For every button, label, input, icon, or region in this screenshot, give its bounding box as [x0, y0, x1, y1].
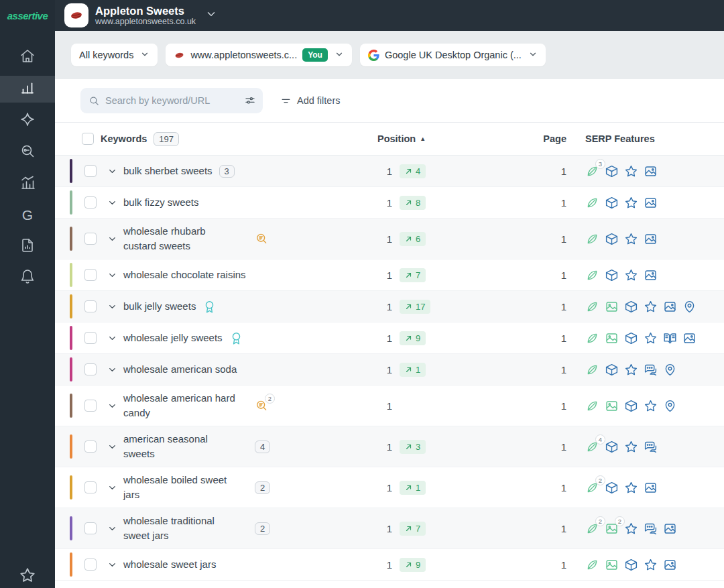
sidebar-item-reports[interactable] [0, 233, 55, 260]
row-checkbox[interactable] [84, 522, 97, 534]
expand-chevron-icon[interactable] [107, 483, 117, 493]
table-row: bulk sherbet sweets31413 [55, 156, 724, 187]
keyword-text[interactable]: bulk jelly sweets [123, 299, 196, 314]
select-all-checkbox[interactable] [82, 133, 94, 145]
row-checkbox[interactable] [84, 363, 97, 375]
keyword-color-bar [70, 516, 72, 540]
organic-leaf-icon [585, 300, 599, 314]
organic-leaf-icon: 2 [585, 522, 599, 536]
expand-chevron-icon[interactable] [107, 166, 117, 176]
row-checkbox[interactable] [84, 196, 97, 209]
image-pack-icon [644, 232, 658, 246]
row-checkbox[interactable] [84, 269, 97, 281]
row-checkbox[interactable] [84, 440, 97, 453]
table-row: wholesale boiled sweet jars21112 [55, 467, 724, 508]
arrow-up-right-icon [405, 303, 412, 310]
site-dropdown[interactable]: www.appletonsweets.c... You [166, 44, 352, 66]
sidebar: assertive G [0, 0, 55, 588]
sidebar-item-google[interactable]: G [0, 202, 55, 229]
sparkle-diamond-icon [19, 111, 36, 130]
serp-features: 2 [566, 481, 724, 495]
product-cube-icon [624, 399, 638, 413]
page-column-header[interactable]: Page [516, 133, 566, 144]
keyword-text[interactable]: wholesale sweet jars [123, 557, 216, 573]
product-cube-icon [624, 331, 638, 345]
expand-chevron-icon[interactable] [107, 401, 117, 411]
you-badge: You [302, 48, 328, 62]
image-pack-icon [663, 558, 677, 572]
keywords-column-header[interactable]: Keywords [101, 133, 147, 144]
keyword-text[interactable]: american seasonal sweets [123, 432, 208, 462]
add-filters-button[interactable]: Add filters [280, 95, 340, 107]
table-row: wholesale chocolate raisins171 [55, 259, 724, 291]
assertive-logo: assertive [0, 0, 55, 31]
row-checkbox[interactable] [84, 165, 97, 177]
keyword-count-badge: 2 [255, 481, 270, 494]
position-column-header[interactable]: Position ▲ [372, 133, 479, 144]
chevron-down-icon[interactable] [205, 8, 217, 23]
expand-chevron-icon[interactable] [107, 560, 117, 570]
organic-leaf-icon [585, 399, 599, 413]
search-icon [88, 95, 100, 107]
keyword-count-badge: 4 [255, 440, 270, 453]
arrow-up-right-icon [405, 272, 412, 279]
row-checkbox[interactable] [84, 400, 97, 412]
site-switcher[interactable]: Appleton Sweets www.appletonsweets.co.uk [95, 5, 196, 27]
keyword-text[interactable]: wholesale jelly sweets [123, 331, 223, 346]
expand-chevron-icon[interactable] [107, 442, 117, 452]
keyword-text[interactable]: wholesale american soda [123, 362, 237, 377]
keyword-text[interactable]: wholesale rhubarb custard sweets [123, 224, 206, 254]
table-row: bulk jelly sweets1171 [55, 291, 724, 322]
chevron-down-icon [140, 50, 149, 61]
position-value: 1 [372, 233, 392, 245]
arrow-up-right-icon [405, 443, 412, 451]
position-change-value: 1 [416, 483, 420, 493]
expand-chevron-icon[interactable] [107, 234, 117, 244]
search-input[interactable] [105, 95, 239, 106]
keyword-count-badge-value: 4 [255, 440, 270, 453]
keyword-text[interactable]: wholesale chocolate raisins [123, 268, 246, 283]
sidebar-item-analytics[interactable] [0, 170, 55, 197]
keyword-text[interactable]: bulk sherbet sweets [123, 164, 213, 179]
sidebar-item-keyword-research[interactable] [0, 139, 55, 166]
expand-chevron-icon[interactable] [107, 198, 117, 208]
sliders-settings-icon[interactable] [244, 95, 256, 107]
row-checkbox[interactable] [84, 300, 97, 312]
row-checkbox[interactable] [84, 233, 97, 245]
table-header: Keywords 197 Position ▲ Page SERP Featur… [55, 122, 724, 156]
product-cube-icon [605, 363, 619, 377]
people-also-ask-icon [644, 440, 658, 454]
expand-chevron-icon[interactable] [107, 524, 117, 534]
keyword-text[interactable]: wholesale american hard candy [123, 391, 235, 421]
image-pack-icon [644, 268, 658, 282]
expand-chevron-icon[interactable] [107, 365, 117, 375]
star-favorites-icon[interactable] [19, 567, 36, 587]
organic-leaf-icon [585, 196, 599, 210]
search-engine-dropdown[interactable]: Google UK Desktop Organic (... [360, 44, 546, 66]
icon-count-badge: 4 [595, 434, 605, 445]
position-change-value: 8 [416, 198, 420, 208]
row-checkbox[interactable] [84, 332, 97, 344]
keyword-text[interactable]: wholesale traditional sweet jars [123, 514, 215, 544]
table-row: wholesale jelly sweets191 [55, 322, 724, 354]
sidebar-item-rankings[interactable] [0, 76, 55, 103]
row-checkbox[interactable] [84, 558, 97, 571]
sidebar-item-notifications[interactable] [0, 265, 55, 292]
position-change-value: 9 [416, 560, 420, 570]
expand-chevron-icon[interactable] [107, 270, 117, 280]
expand-chevron-icon[interactable] [107, 302, 117, 312]
keyword-color-bar [70, 294, 72, 318]
sidebar-item-opportunities[interactable] [0, 107, 55, 134]
keyword-text[interactable]: bulk fizzy sweets [123, 195, 199, 211]
image-pack-icon [663, 300, 677, 314]
image-pack-icon [682, 331, 697, 345]
arrow-up-right-icon [405, 335, 412, 342]
expand-chevron-icon[interactable] [107, 333, 117, 343]
keyword-text[interactable]: wholesale boiled sweet jars [123, 473, 227, 503]
row-checkbox[interactable] [84, 481, 97, 493]
candy-favicon-icon [174, 50, 185, 61]
serp-features-column-header[interactable]: SERP Features [566, 133, 724, 144]
page-value: 1 [516, 333, 566, 344]
sidebar-item-home[interactable] [0, 44, 55, 71]
keywords-scope-dropdown[interactable]: All keywords [71, 44, 158, 66]
